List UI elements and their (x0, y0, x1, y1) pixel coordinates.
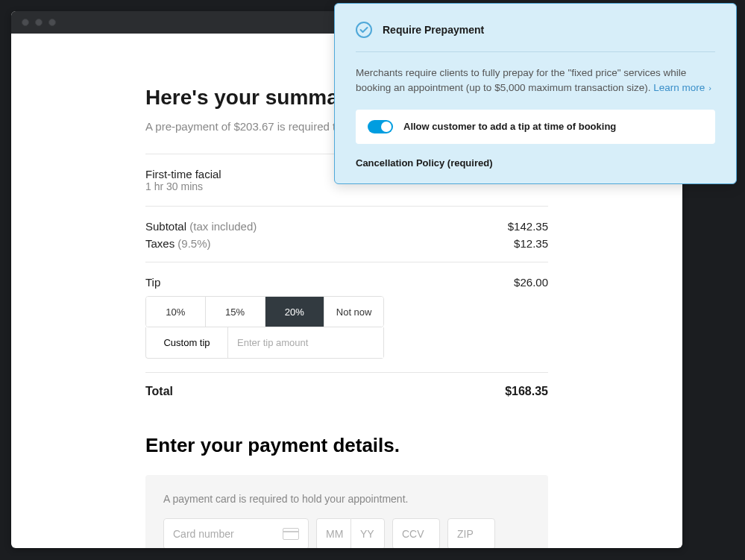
taxes-row: Taxes (9.5%) $12.35 (145, 233, 548, 262)
tip-option-15[interactable]: 15% (206, 297, 265, 327)
card-number-input[interactable]: Card number (163, 518, 309, 548)
toggle-card: Allow customer to add a tip at time of b… (356, 110, 715, 144)
item-name: First-time facial (145, 168, 221, 180)
chevron-right-icon: › (706, 84, 711, 92)
total-label: Total (145, 385, 173, 398)
card-ccv-input[interactable]: CCV (392, 518, 440, 548)
cancellation-policy-label: Cancellation Policy (required) (356, 157, 715, 169)
custom-tip-row: Custom tip (145, 327, 384, 359)
tip-option-20[interactable]: 20% (265, 297, 325, 327)
taxes-label: Taxes (9.5%) (145, 237, 211, 250)
tip-option-not-now[interactable]: Not now (324, 297, 383, 327)
check-circle-icon (356, 22, 372, 38)
item-duration: 1 hr 30 mins (145, 180, 548, 206)
tip-row: Tip $26.00 (145, 262, 548, 289)
card-expiry-year-input[interactable]: YY (351, 518, 385, 548)
learn-more-link[interactable]: Learn more › (653, 82, 711, 93)
card-zip-input[interactable]: ZIP (447, 518, 495, 548)
payment-box: A payment card is required to hold your … (145, 475, 548, 548)
tip-option-10[interactable]: 10% (146, 297, 206, 327)
payment-message: A payment card is required to hold your … (163, 493, 530, 505)
popover-body: Merchants require clients to fully prepa… (356, 52, 715, 110)
tip-value: $26.00 (514, 276, 548, 289)
total-value: $168.35 (505, 385, 548, 398)
subtotal-value: $142.35 (508, 220, 548, 233)
card-fields: Card number MM YY CCV ZIP (163, 518, 530, 548)
window-minimize-icon[interactable] (35, 19, 43, 26)
card-expiry-month-input[interactable]: MM (316, 518, 351, 548)
window-maximize-icon[interactable] (48, 19, 56, 26)
subtotal-label: Subtotal (tax included) (145, 220, 257, 233)
payment-title: Enter your payment details. (145, 434, 548, 457)
total-row: Total $168.35 (145, 373, 548, 410)
allow-tip-toggle[interactable] (368, 120, 393, 133)
toggle-label: Allow customer to add a tip at time of b… (403, 121, 616, 132)
card-icon (283, 528, 299, 540)
tip-selector: 10% 15% 20% Not now (145, 296, 384, 327)
tip-label: Tip (145, 276, 160, 289)
popover-title: Require Prepayment (383, 24, 484, 36)
window-close-icon[interactable] (22, 19, 29, 26)
custom-tip-label[interactable]: Custom tip (146, 327, 228, 358)
popover-header: Require Prepayment (356, 22, 715, 52)
subtotal-row: Subtotal (tax included) $142.35 (145, 207, 548, 233)
taxes-value: $12.35 (514, 237, 548, 250)
custom-tip-input[interactable] (228, 327, 383, 358)
prepayment-popover: Require Prepayment Merchants require cli… (334, 3, 737, 184)
